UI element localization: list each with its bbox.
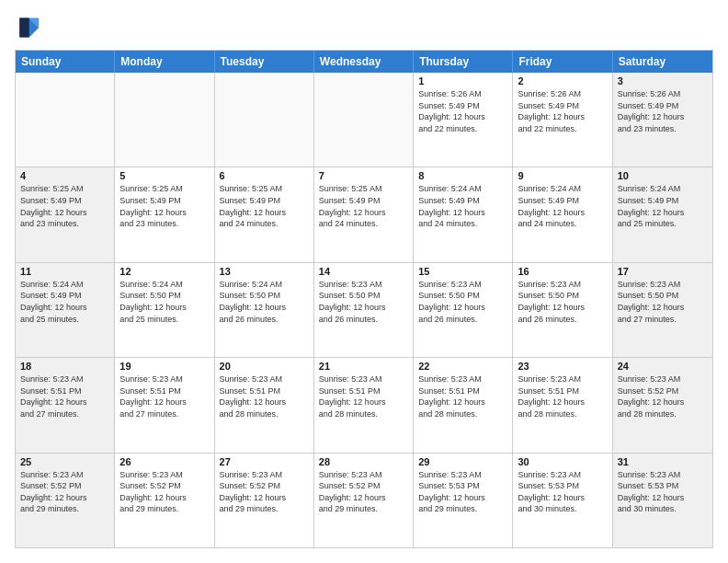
day-number: 9 — [518, 170, 607, 181]
day-number: 22 — [418, 361, 507, 372]
table-row: 1Sunrise: 5:26 AM Sunset: 5:49 PM Daylig… — [414, 73, 513, 167]
cell-info: Sunrise: 5:23 AM Sunset: 5:52 PM Dayligh… — [618, 373, 708, 419]
svg-marker-1 — [19, 18, 29, 38]
day-number: 24 — [618, 361, 708, 372]
cell-info: Sunrise: 5:26 AM Sunset: 5:49 PM Dayligh… — [618, 88, 708, 134]
cell-info: Sunrise: 5:24 AM Sunset: 5:49 PM Dayligh… — [618, 183, 708, 229]
day-number: 1 — [418, 75, 507, 86]
day-number: 29 — [418, 456, 507, 467]
table-row: 4Sunrise: 5:25 AM Sunset: 5:49 PM Daylig… — [16, 167, 115, 261]
table-row: 18Sunrise: 5:23 AM Sunset: 5:51 PM Dayli… — [16, 358, 115, 452]
day-number: 6 — [220, 170, 309, 181]
cell-info: Sunrise: 5:23 AM Sunset: 5:50 PM Dayligh… — [319, 279, 408, 325]
day-number: 12 — [119, 266, 209, 277]
cell-info: Sunrise: 5:25 AM Sunset: 5:49 PM Dayligh… — [20, 183, 109, 229]
table-row — [314, 73, 414, 167]
day-number: 5 — [119, 170, 209, 181]
table-row: 27Sunrise: 5:23 AM Sunset: 5:52 PM Dayli… — [215, 454, 314, 547]
day-number: 15 — [418, 266, 507, 277]
day-header-friday: Friday — [513, 51, 612, 73]
day-number: 20 — [220, 361, 309, 372]
day-number: 10 — [618, 170, 708, 181]
cell-info: Sunrise: 5:23 AM Sunset: 5:50 PM Dayligh… — [418, 279, 507, 325]
logo-icon — [15, 15, 40, 40]
calendar-week-2: 4Sunrise: 5:25 AM Sunset: 5:49 PM Daylig… — [16, 167, 712, 261]
day-number: 11 — [20, 266, 109, 277]
cell-info: Sunrise: 5:23 AM Sunset: 5:51 PM Dayligh… — [220, 373, 309, 419]
day-number: 19 — [119, 361, 209, 372]
table-row — [215, 73, 314, 167]
cell-info: Sunrise: 5:23 AM Sunset: 5:50 PM Dayligh… — [618, 279, 708, 325]
table-row — [115, 73, 214, 167]
cell-info: Sunrise: 5:23 AM Sunset: 5:52 PM Dayligh… — [20, 469, 109, 515]
day-number: 16 — [518, 266, 607, 277]
day-header-wednesday: Wednesday — [314, 51, 414, 73]
cell-info: Sunrise: 5:24 AM Sunset: 5:50 PM Dayligh… — [119, 279, 209, 325]
day-number: 8 — [418, 170, 507, 181]
day-number: 17 — [618, 266, 708, 277]
calendar-week-5: 25Sunrise: 5:23 AM Sunset: 5:52 PM Dayli… — [16, 453, 712, 547]
cell-info: Sunrise: 5:23 AM Sunset: 5:53 PM Dayligh… — [418, 469, 507, 515]
cell-info: Sunrise: 5:25 AM Sunset: 5:49 PM Dayligh… — [319, 183, 408, 229]
table-row: 8Sunrise: 5:24 AM Sunset: 5:49 PM Daylig… — [414, 167, 513, 261]
table-row: 25Sunrise: 5:23 AM Sunset: 5:52 PM Dayli… — [16, 454, 115, 547]
table-row: 17Sunrise: 5:23 AM Sunset: 5:50 PM Dayli… — [613, 263, 712, 357]
page: SundayMondayTuesdayWednesdayThursdayFrid… — [0, 0, 728, 563]
table-row: 20Sunrise: 5:23 AM Sunset: 5:51 PM Dayli… — [215, 358, 314, 452]
day-header-thursday: Thursday — [414, 51, 513, 73]
logo — [15, 15, 44, 40]
calendar-week-3: 11Sunrise: 5:24 AM Sunset: 5:49 PM Dayli… — [16, 262, 712, 357]
cell-info: Sunrise: 5:24 AM Sunset: 5:49 PM Dayligh… — [418, 183, 507, 229]
day-number: 25 — [20, 456, 109, 467]
table-row: 15Sunrise: 5:23 AM Sunset: 5:50 PM Dayli… — [414, 263, 513, 357]
day-number: 31 — [618, 456, 708, 467]
calendar-week-4: 18Sunrise: 5:23 AM Sunset: 5:51 PM Dayli… — [16, 357, 712, 452]
day-number: 13 — [220, 266, 309, 277]
table-row — [16, 73, 115, 167]
header — [15, 15, 713, 40]
table-row: 28Sunrise: 5:23 AM Sunset: 5:52 PM Dayli… — [314, 454, 414, 547]
calendar-week-1: 1Sunrise: 5:26 AM Sunset: 5:49 PM Daylig… — [16, 73, 712, 167]
cell-info: Sunrise: 5:25 AM Sunset: 5:49 PM Dayligh… — [220, 183, 309, 229]
day-number: 28 — [319, 456, 408, 467]
cell-info: Sunrise: 5:23 AM Sunset: 5:51 PM Dayligh… — [319, 373, 408, 419]
day-header-sunday: Sunday — [16, 51, 115, 73]
day-number: 18 — [20, 361, 109, 372]
table-row: 11Sunrise: 5:24 AM Sunset: 5:49 PM Dayli… — [16, 263, 115, 357]
table-row: 30Sunrise: 5:23 AM Sunset: 5:53 PM Dayli… — [513, 454, 612, 547]
table-row: 31Sunrise: 5:23 AM Sunset: 5:53 PM Dayli… — [613, 454, 712, 547]
day-number: 26 — [119, 456, 209, 467]
day-header-monday: Monday — [115, 51, 214, 73]
table-row: 6Sunrise: 5:25 AM Sunset: 5:49 PM Daylig… — [215, 167, 314, 261]
table-row: 13Sunrise: 5:24 AM Sunset: 5:50 PM Dayli… — [215, 263, 314, 357]
cell-info: Sunrise: 5:23 AM Sunset: 5:50 PM Dayligh… — [518, 279, 607, 325]
day-number: 3 — [618, 75, 708, 86]
cell-info: Sunrise: 5:23 AM Sunset: 5:51 PM Dayligh… — [20, 373, 109, 419]
cell-info: Sunrise: 5:24 AM Sunset: 5:50 PM Dayligh… — [220, 279, 309, 325]
table-row: 23Sunrise: 5:23 AM Sunset: 5:51 PM Dayli… — [513, 358, 612, 452]
table-row: 16Sunrise: 5:23 AM Sunset: 5:50 PM Dayli… — [513, 263, 612, 357]
cell-info: Sunrise: 5:23 AM Sunset: 5:51 PM Dayligh… — [418, 373, 507, 419]
day-number: 4 — [20, 170, 109, 181]
cell-info: Sunrise: 5:24 AM Sunset: 5:49 PM Dayligh… — [20, 279, 109, 325]
table-row: 22Sunrise: 5:23 AM Sunset: 5:51 PM Dayli… — [414, 358, 513, 452]
table-row: 12Sunrise: 5:24 AM Sunset: 5:50 PM Dayli… — [115, 263, 214, 357]
cell-info: Sunrise: 5:23 AM Sunset: 5:52 PM Dayligh… — [220, 469, 309, 515]
cell-info: Sunrise: 5:26 AM Sunset: 5:49 PM Dayligh… — [418, 88, 507, 134]
day-number: 21 — [319, 361, 408, 372]
cell-info: Sunrise: 5:24 AM Sunset: 5:49 PM Dayligh… — [518, 183, 607, 229]
table-row: 3Sunrise: 5:26 AM Sunset: 5:49 PM Daylig… — [613, 73, 712, 167]
cell-info: Sunrise: 5:23 AM Sunset: 5:53 PM Dayligh… — [518, 469, 607, 515]
table-row: 9Sunrise: 5:24 AM Sunset: 5:49 PM Daylig… — [513, 167, 612, 261]
table-row: 14Sunrise: 5:23 AM Sunset: 5:50 PM Dayli… — [314, 263, 414, 357]
cell-info: Sunrise: 5:25 AM Sunset: 5:49 PM Dayligh… — [119, 183, 209, 229]
day-number: 23 — [518, 361, 607, 372]
cell-info: Sunrise: 5:23 AM Sunset: 5:51 PM Dayligh… — [119, 373, 209, 419]
table-row: 21Sunrise: 5:23 AM Sunset: 5:51 PM Dayli… — [314, 358, 414, 452]
table-row: 5Sunrise: 5:25 AM Sunset: 5:49 PM Daylig… — [115, 167, 214, 261]
cell-info: Sunrise: 5:26 AM Sunset: 5:49 PM Dayligh… — [518, 88, 607, 134]
day-number: 27 — [220, 456, 309, 467]
day-number: 14 — [319, 266, 408, 277]
day-header-tuesday: Tuesday — [215, 51, 314, 73]
table-row: 2Sunrise: 5:26 AM Sunset: 5:49 PM Daylig… — [513, 73, 612, 167]
